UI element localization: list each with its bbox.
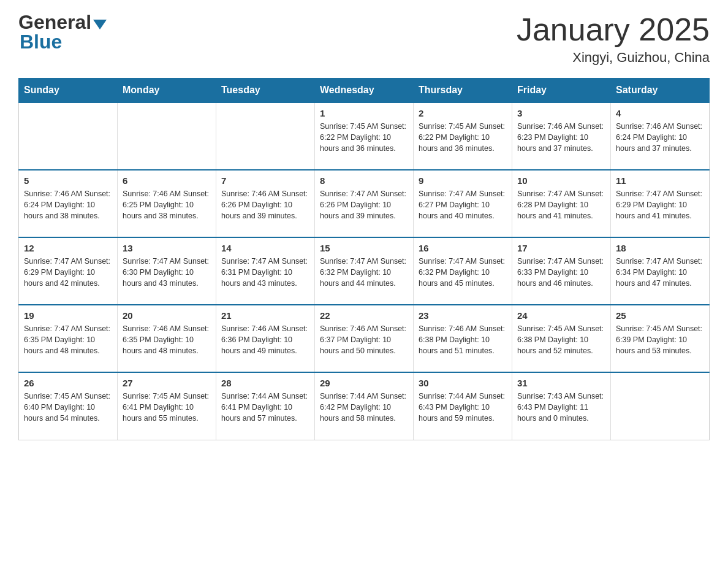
day-number: 7 — [221, 175, 309, 186]
calendar-table: SundayMondayTuesdayWednesdayThursdayFrid… — [18, 78, 710, 440]
calendar-week-2: 5Sunrise: 7:46 AM Sunset: 6:24 PM Daylig… — [19, 170, 710, 237]
column-header-monday: Monday — [118, 79, 216, 103]
calendar-cell — [118, 102, 216, 170]
day-number: 3 — [517, 108, 605, 118]
logo: General Blue — [18, 12, 107, 53]
day-info: Sunrise: 7:47 AM Sunset: 6:32 PM Dayligh… — [320, 256, 408, 289]
calendar-title: January 2025 — [517, 12, 710, 47]
day-info: Sunrise: 7:47 AM Sunset: 6:30 PM Dayligh… — [123, 256, 211, 289]
calendar-cell: 28Sunrise: 7:44 AM Sunset: 6:41 PM Dayli… — [216, 372, 315, 440]
calendar-cell: 18Sunrise: 7:47 AM Sunset: 6:34 PM Dayli… — [611, 237, 710, 305]
calendar-cell: 10Sunrise: 7:47 AM Sunset: 6:28 PM Dayli… — [512, 170, 611, 237]
day-number: 27 — [123, 378, 211, 388]
column-header-friday: Friday — [512, 79, 611, 103]
day-info: Sunrise: 7:46 AM Sunset: 6:36 PM Dayligh… — [221, 323, 309, 356]
day-number: 8 — [320, 175, 408, 186]
day-info: Sunrise: 7:44 AM Sunset: 6:41 PM Dayligh… — [221, 391, 309, 424]
calendar-cell: 14Sunrise: 7:47 AM Sunset: 6:31 PM Dayli… — [216, 237, 315, 305]
calendar-cell: 8Sunrise: 7:47 AM Sunset: 6:26 PM Daylig… — [315, 170, 414, 237]
page-header: General Blue January 2025 Xingyi, Guizho… — [18, 12, 710, 66]
day-number: 18 — [616, 243, 704, 253]
calendar-cell: 9Sunrise: 7:47 AM Sunset: 6:27 PM Daylig… — [414, 170, 512, 237]
calendar-header-row: SundayMondayTuesdayWednesdayThursdayFrid… — [19, 79, 710, 103]
calendar-subtitle: Xingyi, Guizhou, China — [517, 50, 710, 66]
day-info: Sunrise: 7:47 AM Sunset: 6:33 PM Dayligh… — [517, 256, 605, 289]
day-info: Sunrise: 7:46 AM Sunset: 6:23 PM Dayligh… — [517, 121, 605, 154]
day-number: 22 — [320, 310, 408, 321]
column-header-wednesday: Wednesday — [315, 79, 414, 103]
calendar-cell: 24Sunrise: 7:45 AM Sunset: 6:38 PM Dayli… — [512, 305, 611, 372]
calendar-body: 1Sunrise: 7:45 AM Sunset: 6:22 PM Daylig… — [19, 102, 710, 440]
logo-triangle-icon — [93, 20, 107, 29]
calendar-cell: 4Sunrise: 7:46 AM Sunset: 6:24 PM Daylig… — [611, 102, 710, 170]
calendar-cell: 6Sunrise: 7:46 AM Sunset: 6:25 PM Daylig… — [118, 170, 216, 237]
calendar-cell: 31Sunrise: 7:43 AM Sunset: 6:43 PM Dayli… — [512, 372, 611, 440]
calendar-week-1: 1Sunrise: 7:45 AM Sunset: 6:22 PM Daylig… — [19, 102, 710, 170]
calendar-cell: 15Sunrise: 7:47 AM Sunset: 6:32 PM Dayli… — [315, 237, 414, 305]
day-number: 17 — [517, 243, 605, 253]
logo-blue-text: Blue — [20, 31, 62, 53]
calendar-cell: 13Sunrise: 7:47 AM Sunset: 6:30 PM Dayli… — [118, 237, 216, 305]
calendar-cell: 25Sunrise: 7:45 AM Sunset: 6:39 PM Dayli… — [611, 305, 710, 372]
day-number: 28 — [221, 378, 309, 388]
day-info: Sunrise: 7:44 AM Sunset: 6:43 PM Dayligh… — [419, 391, 507, 424]
day-info: Sunrise: 7:47 AM Sunset: 6:28 PM Dayligh… — [517, 188, 605, 221]
calendar-cell: 21Sunrise: 7:46 AM Sunset: 6:36 PM Dayli… — [216, 305, 315, 372]
calendar-cell: 19Sunrise: 7:47 AM Sunset: 6:35 PM Dayli… — [19, 305, 118, 372]
calendar-cell: 2Sunrise: 7:45 AM Sunset: 6:22 PM Daylig… — [414, 102, 512, 170]
day-info: Sunrise: 7:47 AM Sunset: 6:32 PM Dayligh… — [419, 256, 507, 289]
day-info: Sunrise: 7:43 AM Sunset: 6:43 PM Dayligh… — [517, 391, 605, 424]
calendar-cell: 27Sunrise: 7:45 AM Sunset: 6:41 PM Dayli… — [118, 372, 216, 440]
day-info: Sunrise: 7:46 AM Sunset: 6:25 PM Dayligh… — [123, 188, 211, 221]
day-number: 19 — [24, 310, 112, 321]
calendar-cell: 29Sunrise: 7:44 AM Sunset: 6:42 PM Dayli… — [315, 372, 414, 440]
day-number: 13 — [123, 243, 211, 253]
day-number: 30 — [419, 378, 507, 388]
day-info: Sunrise: 7:45 AM Sunset: 6:38 PM Dayligh… — [517, 323, 605, 356]
column-header-thursday: Thursday — [414, 79, 512, 103]
calendar-cell: 22Sunrise: 7:46 AM Sunset: 6:37 PM Dayli… — [315, 305, 414, 372]
day-info: Sunrise: 7:47 AM Sunset: 6:26 PM Dayligh… — [320, 188, 408, 221]
calendar-cell: 3Sunrise: 7:46 AM Sunset: 6:23 PM Daylig… — [512, 102, 611, 170]
column-header-tuesday: Tuesday — [216, 79, 315, 103]
day-number: 16 — [419, 243, 507, 253]
day-info: Sunrise: 7:46 AM Sunset: 6:38 PM Dayligh… — [419, 323, 507, 356]
calendar-week-4: 19Sunrise: 7:47 AM Sunset: 6:35 PM Dayli… — [19, 305, 710, 372]
day-info: Sunrise: 7:47 AM Sunset: 6:27 PM Dayligh… — [419, 188, 507, 221]
calendar-cell: 20Sunrise: 7:46 AM Sunset: 6:35 PM Dayli… — [118, 305, 216, 372]
calendar-cell: 16Sunrise: 7:47 AM Sunset: 6:32 PM Dayli… — [414, 237, 512, 305]
day-info: Sunrise: 7:44 AM Sunset: 6:42 PM Dayligh… — [320, 391, 408, 424]
day-number: 9 — [419, 175, 507, 186]
day-number: 23 — [419, 310, 507, 321]
calendar-cell: 23Sunrise: 7:46 AM Sunset: 6:38 PM Dayli… — [414, 305, 512, 372]
day-number: 15 — [320, 243, 408, 253]
day-info: Sunrise: 7:46 AM Sunset: 6:37 PM Dayligh… — [320, 323, 408, 356]
day-info: Sunrise: 7:47 AM Sunset: 6:29 PM Dayligh… — [616, 188, 704, 221]
day-info: Sunrise: 7:45 AM Sunset: 6:22 PM Dayligh… — [419, 121, 507, 154]
calendar-week-5: 26Sunrise: 7:45 AM Sunset: 6:40 PM Dayli… — [19, 372, 710, 440]
day-info: Sunrise: 7:45 AM Sunset: 6:40 PM Dayligh… — [24, 391, 112, 424]
calendar-cell: 26Sunrise: 7:45 AM Sunset: 6:40 PM Dayli… — [19, 372, 118, 440]
day-info: Sunrise: 7:47 AM Sunset: 6:31 PM Dayligh… — [221, 256, 309, 289]
calendar-cell: 1Sunrise: 7:45 AM Sunset: 6:22 PM Daylig… — [315, 102, 414, 170]
day-number: 4 — [616, 108, 704, 118]
day-number: 14 — [221, 243, 309, 253]
day-info: Sunrise: 7:45 AM Sunset: 6:41 PM Dayligh… — [123, 391, 211, 424]
calendar-cell: 7Sunrise: 7:46 AM Sunset: 6:26 PM Daylig… — [216, 170, 315, 237]
day-info: Sunrise: 7:46 AM Sunset: 6:26 PM Dayligh… — [221, 188, 309, 221]
calendar-cell: 17Sunrise: 7:47 AM Sunset: 6:33 PM Dayli… — [512, 237, 611, 305]
day-info: Sunrise: 7:45 AM Sunset: 6:39 PM Dayligh… — [616, 323, 704, 356]
calendar-cell: 11Sunrise: 7:47 AM Sunset: 6:29 PM Dayli… — [611, 170, 710, 237]
day-number: 2 — [419, 108, 507, 118]
day-number: 5 — [24, 175, 112, 186]
calendar-week-3: 12Sunrise: 7:47 AM Sunset: 6:29 PM Dayli… — [19, 237, 710, 305]
day-number: 29 — [320, 378, 408, 388]
day-info: Sunrise: 7:46 AM Sunset: 6:24 PM Dayligh… — [616, 121, 704, 154]
logo-text: General — [18, 12, 107, 32]
day-number: 11 — [616, 175, 704, 186]
day-number: 24 — [517, 310, 605, 321]
calendar-cell: 12Sunrise: 7:47 AM Sunset: 6:29 PM Dayli… — [19, 237, 118, 305]
day-info: Sunrise: 7:46 AM Sunset: 6:24 PM Dayligh… — [24, 188, 112, 221]
title-section: January 2025 Xingyi, Guizhou, China — [517, 12, 710, 66]
day-number: 20 — [123, 310, 211, 321]
